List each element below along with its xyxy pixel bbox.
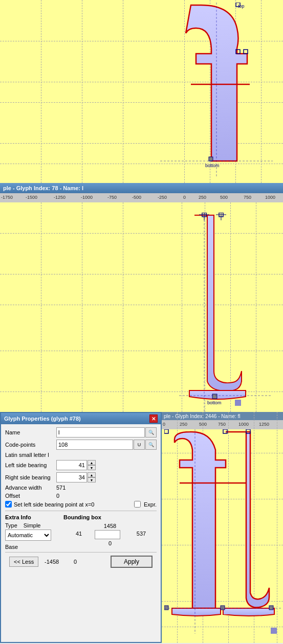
right-title-strip: ple - Glyph Index: 2446 - Name: fl <box>162 412 283 420</box>
top-canvas: top bottom <box>0 0 283 183</box>
bb-title: Bounding box <box>63 514 157 520</box>
less-button[interactable]: << Less <box>9 557 38 567</box>
bearing-checkbox[interactable] <box>5 501 12 508</box>
props-content: Name 🔍 Code-points U 🔍 Latin small lette… <box>1 424 161 574</box>
mid-ruler: -1750 -1500 -1250 -1000 -750 -500 -250 0… <box>0 193 283 202</box>
bb-left: 41 <box>63 530 94 539</box>
grid-line <box>41 0 41 183</box>
anchor-marker <box>235 400 241 406</box>
name-action-btn[interactable]: 🔍 <box>145 427 157 438</box>
simple-label: Simple <box>24 522 41 528</box>
codepoints-row: Code-points U 🔍 <box>5 440 157 450</box>
glyph-f-svg: top bottom <box>160 3 273 176</box>
offset-bottom-value: 0 <box>65 559 85 565</box>
left-bearing-spinner[interactable]: ▲ ▼ <box>88 460 96 470</box>
glyph-l-svg: top topright bottom <box>179 213 271 412</box>
left-bearing-down[interactable]: ▼ <box>88 465 96 470</box>
grid-line <box>123 0 123 183</box>
checkbox-row: Set left side bearing point at x=0 Expr. <box>5 501 157 508</box>
right-bearing-row: Right side bearing ▲ ▼ <box>5 472 157 482</box>
grid-line <box>41 202 41 412</box>
grid-line <box>82 202 82 412</box>
bb-bottom: 0 <box>95 540 125 547</box>
right-canvas: ple - Glyph Index: 2446 - Name: fl 0 250… <box>162 412 283 643</box>
offset-label: Offset <box>5 493 56 499</box>
right-bearing-spinner[interactable]: ▲ ▼ <box>88 472 96 482</box>
mid-window-titlebar: ple - Glyph Index: 78 - Name: l <box>0 183 283 193</box>
advance-width-label: Advance width <box>5 485 56 491</box>
expr-checkbox[interactable] <box>134 501 141 508</box>
bottom-bar: << Less -1458 0 Apply <box>5 552 157 571</box>
offset-value: 0 <box>56 493 59 499</box>
grid-line <box>82 0 82 183</box>
svg-rect-27 <box>269 606 273 610</box>
svg-text:top: top <box>238 4 245 9</box>
mid-canvas: top topright bottom <box>0 202 283 412</box>
description-row: Latin small letter l <box>5 452 157 458</box>
svg-rect-25 <box>164 606 168 610</box>
svg-text:bottom: bottom <box>205 163 220 168</box>
apply-button[interactable]: Apply <box>111 556 153 568</box>
right-strip-title: ple - Glyph Index: 2446 - Name: fl <box>164 413 241 419</box>
type-label: Type <box>5 522 17 528</box>
less-value: -1458 <box>41 559 62 565</box>
name-row: Name 🔍 <box>5 427 157 438</box>
offset-row: Offset 0 <box>5 493 157 499</box>
description-text: Latin small letter l <box>5 452 49 458</box>
right-bearing-label: Right side bearing <box>5 474 56 480</box>
codepoints-input[interactable] <box>56 440 133 450</box>
expr-label: Expr. <box>144 501 157 508</box>
bb-top: 1458 <box>95 522 125 530</box>
checkbox-label: Set left side bearing point at x=0 <box>14 501 94 508</box>
grid-line <box>123 202 123 412</box>
bottom-section: Glyph Properties (glyph #78) ✕ Name 🔍 Co… <box>0 412 283 643</box>
right-bearing-input[interactable] <box>56 472 87 482</box>
codepoints-label: Code-points <box>5 442 56 448</box>
extra-info-title: Extra Info <box>5 514 59 520</box>
codepoints-action-btn[interactable]: 🔍 <box>145 440 157 450</box>
left-bearing-input[interactable] <box>56 460 87 470</box>
fl-ligature-svg <box>164 429 282 634</box>
left-bearing-label: Left side bearing <box>5 462 56 468</box>
left-bearing-row: Left side bearing ▲ ▼ <box>5 460 157 470</box>
svg-rect-4 <box>209 157 213 161</box>
svg-rect-22 <box>164 429 168 433</box>
bb-center-input[interactable] <box>95 530 120 539</box>
bb-right: 537 <box>126 530 157 539</box>
right-bearing-up[interactable]: ▲ <box>88 472 96 477</box>
svg-rect-26 <box>221 606 225 610</box>
properties-panel: Glyph Properties (glyph #78) ✕ Name 🔍 Co… <box>0 412 162 643</box>
extra-section: Extra Info Type Simple Automatic Manual … <box>5 514 157 550</box>
advance-width-row: Advance width 571 <box>5 485 157 491</box>
advance-width-value: 571 <box>56 485 66 491</box>
divider <box>5 511 157 511</box>
extra-info: Extra Info Type Simple Automatic Manual … <box>5 514 59 550</box>
codepoints-icon-btn[interactable]: U <box>134 440 145 450</box>
svg-text:bottom: bottom <box>207 400 222 405</box>
anchor-marker-fl <box>271 628 277 634</box>
svg-rect-15 <box>212 394 217 399</box>
close-button[interactable]: ✕ <box>149 415 158 423</box>
mid-window-title: ple - Glyph Index: 78 - Name: l <box>3 185 83 191</box>
left-bearing-up[interactable]: ▲ <box>88 460 96 465</box>
type-dropdown[interactable]: Automatic Manual <box>5 530 51 541</box>
name-label: Name <box>5 429 56 435</box>
base-label: Base <box>5 544 18 550</box>
right-ruler: 0 250 500 750 1000 1250 <box>162 420 283 429</box>
name-input[interactable] <box>56 427 145 438</box>
props-title: Glyph Properties (glyph #78) <box>4 416 81 422</box>
right-bearing-down[interactable]: ▼ <box>88 477 96 482</box>
props-titlebar: Glyph Properties (glyph #78) ✕ <box>1 413 161 424</box>
bounding-box: Bounding box 1458 41 537 0 <box>63 514 157 550</box>
